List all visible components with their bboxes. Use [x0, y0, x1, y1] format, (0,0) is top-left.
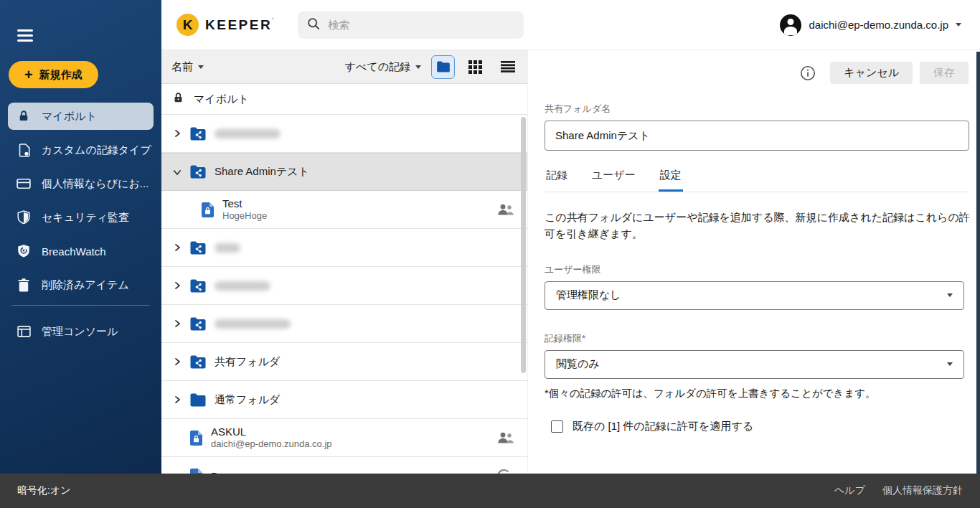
account-menu[interactable]: daichi@ep-demo.zunda.co.jp — [780, 14, 961, 36]
filter-label: すべての記録 — [345, 60, 410, 74]
view-toggles — [431, 55, 519, 79]
folder-row[interactable] — [161, 115, 527, 153]
permissions-description: この共有フォルダにユーザーや記録を追加する際、新規に作成された記録はこれらの許可… — [545, 209, 975, 243]
chevron-down-icon — [947, 293, 953, 297]
sidebar-divider — [11, 305, 150, 306]
save-button[interactable]: 保存 — [920, 62, 969, 84]
scrollbar-thumb[interactable] — [521, 117, 526, 373]
sidebar-item-label: カスタムの記録タイプ — [42, 144, 151, 157]
sort-label: 名前 — [171, 60, 193, 74]
chevron-right-icon[interactable] — [171, 281, 183, 290]
window-edge — [976, 52, 980, 474]
chevron-down-icon[interactable] — [171, 168, 183, 177]
chevron-right-icon[interactable] — [171, 319, 183, 328]
sidebar-item[interactable]: 管理コンソール — [0, 318, 161, 345]
plus-icon: + — [24, 67, 33, 82]
sidebar-item[interactable]: カスタムの記録タイプ — [0, 136, 161, 164]
help-link[interactable]: ヘルプ — [834, 484, 865, 497]
list-view-button[interactable] — [496, 55, 519, 79]
menu-icon[interactable] — [17, 29, 33, 44]
sidebar-nav: マイボルトカスタムの記録タイプ個人情報ならびにお...セキュリティ監査Breac… — [0, 103, 161, 352]
row-subtitle: HogeHoge — [222, 210, 267, 222]
folder-view-button[interactable] — [431, 55, 455, 79]
chevron-right-icon[interactable] — [171, 243, 183, 252]
shared-folder-icon — [190, 165, 206, 179]
record-row[interactable]: TestHogeHoge — [161, 191, 527, 229]
account-email: daichi@ep-demo.zunda.co.jp — [809, 19, 948, 31]
detail-actions: キャンセル 保存 — [545, 62, 969, 84]
cancel-button[interactable]: キャンセル — [830, 62, 913, 84]
folder-icon — [190, 393, 206, 407]
sidebar-item[interactable]: BreachWatch — [0, 237, 161, 265]
record-row[interactable]: Box — [161, 457, 527, 474]
tab-item[interactable]: ユーザー — [590, 164, 637, 192]
security-audit-icon — [16, 210, 32, 225]
footer-links: ヘルプ 個人情報保護方針 — [834, 484, 963, 497]
folder-name-input[interactable] — [545, 121, 969, 151]
topbar: K KEEPER' daichi@ep-demo.zunda.co.jp — [161, 0, 980, 50]
folder-row[interactable] — [161, 305, 527, 343]
sidebar-item-label: BreachWatch — [42, 245, 105, 258]
record-icon — [202, 202, 214, 217]
info-icon[interactable] — [800, 65, 816, 81]
search-input[interactable] — [328, 19, 514, 31]
shared-people-icon — [497, 432, 514, 444]
create-new-label: 新規作成 — [39, 68, 83, 82]
row-label: Share Adminテスト — [215, 165, 309, 179]
chevron-down-icon — [956, 23, 961, 27]
search-box[interactable] — [298, 11, 524, 39]
user-permission-select[interactable]: 管理権限なし — [545, 281, 964, 310]
sort-dropdown[interactable]: 名前 — [171, 60, 204, 74]
sidebar-item-label: 個人情報ならびにお... — [42, 177, 149, 191]
sidebar-item[interactable]: 削除済みアイテム — [0, 271, 161, 298]
apply-permissions-checkbox-row[interactable]: 既存の [1] 件の記録に許可を適用する — [551, 420, 969, 433]
record-type-icon — [16, 144, 32, 157]
row-title: Test — [222, 197, 267, 211]
sidebar-item[interactable]: セキュリティ監査 — [0, 204, 161, 231]
folder-row[interactable]: Share Adminテスト — [161, 153, 527, 191]
sidebar-item[interactable]: マイボルト — [8, 103, 154, 130]
redacted-label — [215, 319, 291, 329]
chevron-right-icon[interactable] — [171, 357, 183, 366]
list-header: 名前 すべての記録 — [161, 50, 527, 84]
breachwatch-icon — [16, 244, 32, 258]
status-bar: 暗号化:オン ヘルプ 個人情報保護方針 — [0, 474, 980, 508]
redacted-label — [215, 129, 281, 138]
tab-selected[interactable]: 設定 — [659, 164, 683, 192]
root-row-label: マイボルト — [194, 93, 249, 106]
grid-view-button[interactable] — [463, 55, 487, 79]
vault-rows: Share AdminテストTestHogeHoge共有フォルダ通常フォルダAS… — [161, 115, 527, 474]
sidebar-item-label: セキュリティ監査 — [42, 211, 129, 225]
permission-override-note: *個々の記録の許可は、フォルダの許可を上書きすることができます。 — [545, 387, 969, 400]
shared-people-icon — [497, 204, 514, 216]
chevron-down-icon — [415, 65, 421, 69]
chevron-down-icon — [947, 362, 953, 366]
keeper-logo-icon: K — [176, 14, 199, 36]
folder-row[interactable]: 共有フォルダ — [161, 343, 527, 381]
chevron-right-icon[interactable] — [171, 395, 183, 404]
folder-row[interactable] — [161, 229, 527, 267]
record-permission-label: 記録権限* — [545, 332, 969, 345]
record-icon — [190, 431, 202, 446]
folder-row[interactable]: 通常フォルダ — [161, 381, 527, 419]
folder-row[interactable] — [161, 267, 527, 305]
chevron-right-icon[interactable] — [171, 129, 183, 138]
avatar-icon — [780, 14, 801, 36]
apply-permissions-label: 既存の [1] 件の記録に許可を適用する — [573, 420, 753, 433]
shared-folder-icon — [190, 317, 206, 331]
sidebar-item[interactable]: 個人情報ならびにお... — [0, 170, 161, 197]
row-subtitle: daichi@ep-demo.zunda.co.jp — [211, 438, 332, 450]
create-new-button[interactable]: + 新規作成 — [9, 61, 98, 88]
my-vault-root-row[interactable]: マイボルト — [161, 84, 527, 115]
tab-item[interactable]: 記録 — [545, 164, 569, 192]
privacy-policy-link[interactable]: 個人情報保護方針 — [882, 484, 963, 497]
shared-folder-icon — [190, 241, 206, 255]
record-row[interactable]: ASKULdaichi@ep-demo.zunda.co.jp — [161, 419, 527, 457]
record-filter-dropdown[interactable]: すべての記録 — [345, 60, 421, 74]
checkbox-icon[interactable] — [551, 420, 563, 433]
record-permission-select[interactable]: 閲覧のみ — [545, 350, 964, 379]
record-icon — [190, 469, 202, 474]
lock-icon — [172, 92, 184, 106]
payment-card-icon — [16, 178, 32, 189]
keeper-logo: K KEEPER' — [176, 14, 275, 36]
